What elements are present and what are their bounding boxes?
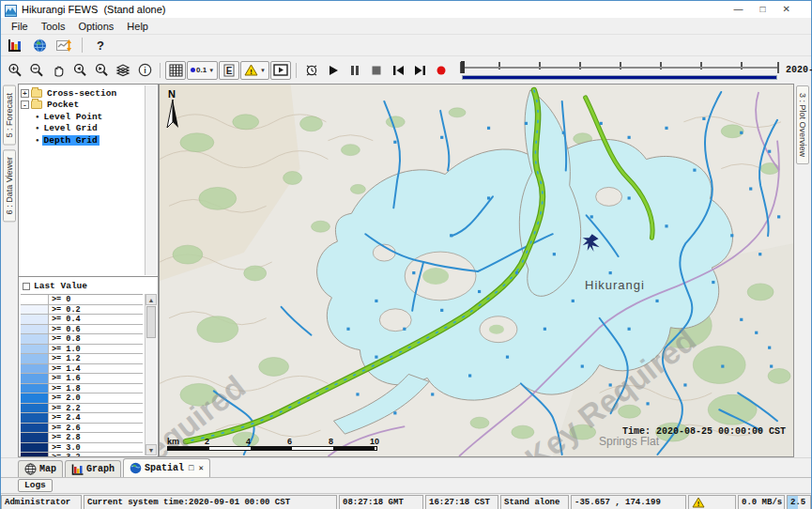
scale-tick-label: 2 <box>205 437 209 446</box>
legend-label: >= 3.0 <box>49 443 143 453</box>
legend-label: >= 0.8 <box>49 334 143 344</box>
layers-icon[interactable] <box>113 61 133 80</box>
timeline-track[interactable] <box>460 62 779 73</box>
last-value-checkbox[interactable] <box>23 283 30 290</box>
timeline-slider[interactable] <box>460 60 779 81</box>
go-to-end-icon[interactable] <box>409 61 430 80</box>
threshold-dropdown[interactable]: 0.1 ▼ <box>187 61 218 80</box>
collapse-icon[interactable]: - <box>21 100 29 109</box>
animation-speed-icon[interactable] <box>301 61 322 80</box>
tab-graph[interactable]: Graph <box>65 460 121 477</box>
expand-icon[interactable]: + <box>21 89 29 98</box>
info-icon[interactable]: i <box>134 61 155 80</box>
tab-map[interactable]: Map <box>18 460 63 477</box>
tab-spatial[interactable]: Spatial□✕ <box>123 458 210 477</box>
folder-icon <box>31 100 42 109</box>
grid-display-icon[interactable] <box>165 61 186 80</box>
import-chart-icon[interactable] <box>54 36 74 54</box>
legend-label: >= 2.6 <box>49 424 143 433</box>
tree-item[interactable]: ●Depth Grid <box>21 134 143 147</box>
legend-label: >= 0.4 <box>49 315 143 324</box>
legend-swatch <box>21 334 49 344</box>
thresholds-warning-dropdown[interactable]: ! ▼ <box>240 61 269 80</box>
stop-icon[interactable] <box>366 61 387 80</box>
scale-unit-label: km <box>167 437 179 446</box>
legend-swatch <box>21 374 49 383</box>
minimize-icon[interactable]: — <box>734 3 743 16</box>
svg-text:!: ! <box>697 500 700 508</box>
title-bar: Hikurangi FEWS (Stand alone) — □ ✕ <box>1 1 811 18</box>
map-time-label: Time: 2020-08-25 00:00:00 CST <box>622 426 786 437</box>
tree-item-label[interactable]: Depth Grid <box>42 135 100 146</box>
maximize-icon[interactable]: □ <box>760 3 766 16</box>
tree-item[interactable]: -Pocket <box>21 100 143 112</box>
timeline-thumb[interactable] <box>461 61 465 73</box>
side-tab-left-1[interactable]: 6 : Data Viewer <box>3 149 16 222</box>
scroll-up-icon[interactable]: ▲ <box>146 294 157 305</box>
legend-label: >= 2.4 <box>49 413 143 423</box>
menu-options[interactable]: Options <box>71 20 120 33</box>
scale-segments <box>167 446 377 451</box>
legend-label: >= 2.8 <box>49 433 143 442</box>
scale-tick-label: 10 <box>370 437 379 446</box>
legend-row: >= 2.2 <box>21 404 143 414</box>
tree-item-label[interactable]: Cross-section <box>45 88 118 99</box>
scale-ticks: km 246810 <box>167 437 377 446</box>
legend-label: >= 0.6 <box>49 325 143 334</box>
zoom-out-icon[interactable] <box>26 61 47 80</box>
tab-close-icon[interactable]: ✕ <box>198 463 203 473</box>
animation-window-icon[interactable] <box>270 61 291 80</box>
main-area: 5 : Forecast6 : Data Viewer +Cross-secti… <box>1 84 811 457</box>
zoom-previous-icon[interactable] <box>69 61 90 80</box>
help-icon[interactable]: ? <box>90 36 111 54</box>
legend-swatch <box>21 404 49 413</box>
svg-text:i: i <box>144 66 146 75</box>
place-label-springs-flat: Springs Flat <box>599 435 659 448</box>
threshold-value: 0.1 <box>196 66 207 74</box>
record-icon[interactable] <box>431 61 452 80</box>
play-icon[interactable] <box>323 61 344 80</box>
status-cell-0: Administrator <box>1 495 82 509</box>
pause-icon[interactable] <box>345 61 365 80</box>
bullet-icon: ● <box>36 114 39 120</box>
zoom-in-icon[interactable] <box>5 61 25 80</box>
side-tab-left-0[interactable]: 5 : Forecast <box>3 85 16 146</box>
status-bar: AdministratorCurrent system time:2020-09… <box>1 493 811 509</box>
globe-wire-icon <box>24 463 37 475</box>
bottom-tab-bar: MapGraphSpatial□✕ <box>1 457 811 477</box>
legend-scrollbar[interactable]: ▲ ▼ <box>145 294 157 455</box>
logs-button[interactable]: Logs <box>18 479 53 492</box>
place-label-hikurangi: Hikurangi <box>585 278 645 292</box>
side-tab-right-0[interactable]: 3 : Plot Overview <box>796 85 809 164</box>
scale-tick-label: 6 <box>287 437 292 446</box>
go-to-start-icon[interactable] <box>388 61 408 80</box>
close-icon[interactable]: ✕ <box>783 3 790 16</box>
menu-help[interactable]: Help <box>120 20 155 33</box>
zoom-next-icon[interactable] <box>91 61 112 80</box>
legend-label: >= 1.6 <box>49 374 143 383</box>
tree-item-label[interactable]: Pocket <box>45 100 81 110</box>
timeline-period-bar <box>462 75 777 80</box>
globe-icon[interactable] <box>29 36 50 54</box>
legend-swatch <box>21 424 49 433</box>
legend-row: >= 0.8 <box>21 334 143 345</box>
status-warning: ! <box>688 495 736 509</box>
tree-scrollbar[interactable] <box>145 85 157 275</box>
menu-file[interactable]: File <box>5 20 35 33</box>
tree-item[interactable]: ●Level Grid <box>21 123 143 135</box>
svg-text:E: E <box>226 65 233 75</box>
scroll-thumb[interactable] <box>146 306 156 338</box>
legend-swatch <box>21 354 49 363</box>
tree-item[interactable]: ●Level Point <box>21 111 143 123</box>
tree-item-label[interactable]: Level Grid <box>42 123 100 133</box>
database-icon[interactable] <box>5 36 25 54</box>
pan-hand-icon[interactable] <box>48 61 69 80</box>
tree-item[interactable]: +Cross-section <box>21 87 143 100</box>
label-toggle-icon[interactable]: E <box>219 61 239 80</box>
map-view[interactable]: API Key Required API Key Required N Hiku… <box>159 84 794 457</box>
scroll-down-icon[interactable]: ▼ <box>146 444 157 455</box>
menu-tools[interactable]: Tools <box>35 20 72 33</box>
legend-label: >= 1.0 <box>49 345 143 354</box>
tree-item-label[interactable]: Level Point <box>42 112 105 122</box>
tab-maximize-icon[interactable]: □ <box>189 464 193 473</box>
